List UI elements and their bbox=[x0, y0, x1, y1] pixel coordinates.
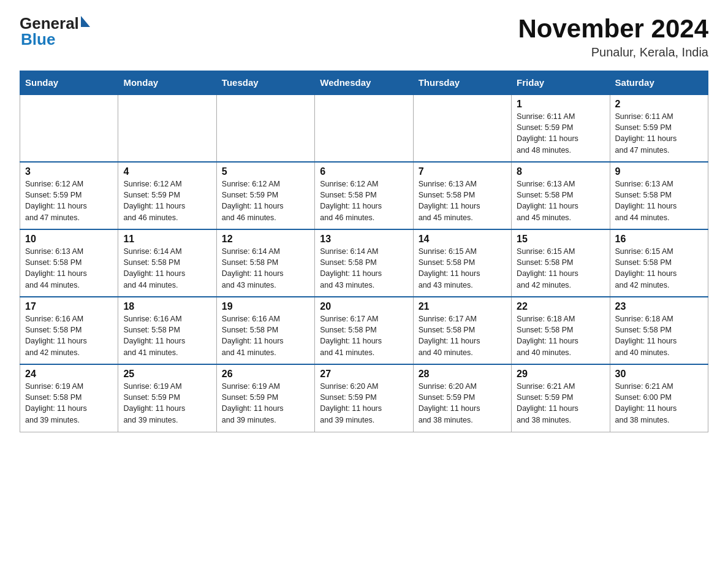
day-info: Sunrise: 6:16 AMSunset: 5:58 PMDaylight:… bbox=[25, 313, 113, 358]
logo-blue-text: Blue bbox=[21, 30, 55, 49]
day-number: 25 bbox=[123, 369, 211, 380]
day-cell: 23Sunrise: 6:18 AMSunset: 5:58 PMDayligh… bbox=[610, 297, 708, 364]
day-number: 20 bbox=[320, 301, 408, 312]
header-wednesday: Wednesday bbox=[315, 71, 413, 95]
day-info: Sunrise: 6:12 AMSunset: 5:59 PMDaylight:… bbox=[25, 178, 113, 223]
day-number: 15 bbox=[517, 234, 604, 245]
day-number: 4 bbox=[123, 166, 211, 177]
day-number: 2 bbox=[615, 99, 703, 110]
day-info: Sunrise: 6:18 AMSunset: 5:58 PMDaylight:… bbox=[517, 313, 604, 358]
day-number: 10 bbox=[25, 234, 113, 245]
day-cell: 14Sunrise: 6:15 AMSunset: 5:58 PMDayligh… bbox=[413, 229, 511, 297]
day-info: Sunrise: 6:18 AMSunset: 5:58 PMDaylight:… bbox=[615, 313, 703, 358]
day-info: Sunrise: 6:13 AMSunset: 5:58 PMDaylight:… bbox=[517, 178, 604, 223]
day-cell bbox=[315, 94, 413, 162]
day-info: Sunrise: 6:14 AMSunset: 5:58 PMDaylight:… bbox=[123, 246, 211, 291]
day-cell: 27Sunrise: 6:20 AMSunset: 5:59 PMDayligh… bbox=[315, 364, 413, 432]
calendar-table: Sunday Monday Tuesday Wednesday Thursday… bbox=[20, 71, 708, 432]
day-info: Sunrise: 6:19 AMSunset: 5:59 PMDaylight:… bbox=[123, 381, 211, 426]
day-info: Sunrise: 6:13 AMSunset: 5:58 PMDaylight:… bbox=[25, 246, 113, 291]
day-number: 3 bbox=[25, 166, 113, 177]
day-number: 7 bbox=[419, 166, 506, 177]
day-cell: 29Sunrise: 6:21 AMSunset: 5:59 PMDayligh… bbox=[512, 364, 610, 432]
week-row-1: 1Sunrise: 6:11 AMSunset: 5:59 PMDaylight… bbox=[20, 94, 708, 162]
day-number: 1 bbox=[517, 99, 604, 110]
day-number: 19 bbox=[222, 301, 309, 312]
day-info: Sunrise: 6:21 AMSunset: 5:59 PMDaylight:… bbox=[517, 381, 604, 426]
day-info: Sunrise: 6:15 AMSunset: 5:58 PMDaylight:… bbox=[615, 246, 703, 291]
day-info: Sunrise: 6:11 AMSunset: 5:59 PMDaylight:… bbox=[517, 111, 604, 156]
day-cell: 5Sunrise: 6:12 AMSunset: 5:59 PMDaylight… bbox=[216, 162, 314, 229]
day-cell: 6Sunrise: 6:12 AMSunset: 5:58 PMDaylight… bbox=[315, 162, 413, 229]
day-number: 17 bbox=[25, 301, 113, 312]
day-info: Sunrise: 6:17 AMSunset: 5:58 PMDaylight:… bbox=[419, 313, 506, 358]
day-cell: 21Sunrise: 6:17 AMSunset: 5:58 PMDayligh… bbox=[413, 297, 511, 364]
day-number: 6 bbox=[320, 166, 408, 177]
day-number: 23 bbox=[615, 301, 703, 312]
day-cell: 2Sunrise: 6:11 AMSunset: 5:59 PMDaylight… bbox=[610, 94, 708, 162]
title-area: November 2024 Punalur, Kerala, India bbox=[518, 15, 708, 59]
day-cell: 24Sunrise: 6:19 AMSunset: 5:58 PMDayligh… bbox=[20, 364, 118, 432]
day-cell: 22Sunrise: 6:18 AMSunset: 5:58 PMDayligh… bbox=[512, 297, 610, 364]
day-cell: 17Sunrise: 6:16 AMSunset: 5:58 PMDayligh… bbox=[20, 297, 118, 364]
day-info: Sunrise: 6:12 AMSunset: 5:59 PMDaylight:… bbox=[123, 178, 211, 223]
day-number: 9 bbox=[615, 166, 703, 177]
day-cell: 1Sunrise: 6:11 AMSunset: 5:59 PMDaylight… bbox=[512, 94, 610, 162]
day-info: Sunrise: 6:14 AMSunset: 5:58 PMDaylight:… bbox=[222, 246, 309, 291]
day-info: Sunrise: 6:20 AMSunset: 5:59 PMDaylight:… bbox=[320, 381, 408, 426]
day-cell: 4Sunrise: 6:12 AMSunset: 5:59 PMDaylight… bbox=[118, 162, 216, 229]
day-cell: 19Sunrise: 6:16 AMSunset: 5:58 PMDayligh… bbox=[216, 297, 314, 364]
day-cell: 30Sunrise: 6:21 AMSunset: 6:00 PMDayligh… bbox=[610, 364, 708, 432]
day-cell bbox=[413, 94, 511, 162]
day-cell: 8Sunrise: 6:13 AMSunset: 5:58 PMDaylight… bbox=[512, 162, 610, 229]
day-cell: 16Sunrise: 6:15 AMSunset: 5:58 PMDayligh… bbox=[610, 229, 708, 297]
day-cell: 26Sunrise: 6:19 AMSunset: 5:59 PMDayligh… bbox=[216, 364, 314, 432]
day-cell bbox=[216, 94, 314, 162]
day-number: 18 bbox=[123, 301, 211, 312]
day-cell: 7Sunrise: 6:13 AMSunset: 5:58 PMDaylight… bbox=[413, 162, 511, 229]
logo: General Blue bbox=[20, 15, 90, 49]
day-cell: 11Sunrise: 6:14 AMSunset: 5:58 PMDayligh… bbox=[118, 229, 216, 297]
day-info: Sunrise: 6:16 AMSunset: 5:58 PMDaylight:… bbox=[222, 313, 309, 358]
calendar-subtitle: Punalur, Kerala, India bbox=[518, 45, 708, 59]
header-tuesday: Tuesday bbox=[216, 71, 314, 95]
week-row-3: 10Sunrise: 6:13 AMSunset: 5:58 PMDayligh… bbox=[20, 229, 708, 297]
day-number: 13 bbox=[320, 234, 408, 245]
day-number: 22 bbox=[517, 301, 604, 312]
header-sunday: Sunday bbox=[20, 71, 118, 95]
day-info: Sunrise: 6:21 AMSunset: 6:00 PMDaylight:… bbox=[615, 381, 703, 426]
day-number: 29 bbox=[517, 369, 604, 380]
day-number: 8 bbox=[517, 166, 604, 177]
header-thursday: Thursday bbox=[413, 71, 511, 95]
weekday-header-row: Sunday Monday Tuesday Wednesday Thursday… bbox=[20, 71, 708, 95]
day-info: Sunrise: 6:11 AMSunset: 5:59 PMDaylight:… bbox=[615, 111, 703, 156]
day-number: 28 bbox=[419, 369, 506, 380]
day-number: 14 bbox=[419, 234, 506, 245]
calendar-title: November 2024 bbox=[518, 15, 708, 43]
day-number: 12 bbox=[222, 234, 309, 245]
day-info: Sunrise: 6:19 AMSunset: 5:58 PMDaylight:… bbox=[25, 381, 113, 426]
day-info: Sunrise: 6:13 AMSunset: 5:58 PMDaylight:… bbox=[615, 178, 703, 223]
day-cell: 3Sunrise: 6:12 AMSunset: 5:59 PMDaylight… bbox=[20, 162, 118, 229]
week-row-4: 17Sunrise: 6:16 AMSunset: 5:58 PMDayligh… bbox=[20, 297, 708, 364]
day-cell: 10Sunrise: 6:13 AMSunset: 5:58 PMDayligh… bbox=[20, 229, 118, 297]
week-row-5: 24Sunrise: 6:19 AMSunset: 5:58 PMDayligh… bbox=[20, 364, 708, 432]
day-info: Sunrise: 6:12 AMSunset: 5:58 PMDaylight:… bbox=[320, 178, 408, 223]
week-row-2: 3Sunrise: 6:12 AMSunset: 5:59 PMDaylight… bbox=[20, 162, 708, 229]
day-info: Sunrise: 6:20 AMSunset: 5:59 PMDaylight:… bbox=[419, 381, 506, 426]
day-info: Sunrise: 6:13 AMSunset: 5:58 PMDaylight:… bbox=[419, 178, 506, 223]
day-info: Sunrise: 6:17 AMSunset: 5:58 PMDaylight:… bbox=[320, 313, 408, 358]
day-cell: 20Sunrise: 6:17 AMSunset: 5:58 PMDayligh… bbox=[315, 297, 413, 364]
day-info: Sunrise: 6:16 AMSunset: 5:58 PMDaylight:… bbox=[123, 313, 211, 358]
day-cell: 28Sunrise: 6:20 AMSunset: 5:59 PMDayligh… bbox=[413, 364, 511, 432]
day-cell: 18Sunrise: 6:16 AMSunset: 5:58 PMDayligh… bbox=[118, 297, 216, 364]
page-header: General Blue November 2024 Punalur, Kera… bbox=[20, 15, 708, 59]
day-number: 27 bbox=[320, 369, 408, 380]
day-cell: 13Sunrise: 6:14 AMSunset: 5:58 PMDayligh… bbox=[315, 229, 413, 297]
day-number: 30 bbox=[615, 369, 703, 380]
day-info: Sunrise: 6:15 AMSunset: 5:58 PMDaylight:… bbox=[419, 246, 506, 291]
header-saturday: Saturday bbox=[610, 71, 708, 95]
day-number: 16 bbox=[615, 234, 703, 245]
header-friday: Friday bbox=[512, 71, 610, 95]
day-info: Sunrise: 6:15 AMSunset: 5:58 PMDaylight:… bbox=[517, 246, 604, 291]
